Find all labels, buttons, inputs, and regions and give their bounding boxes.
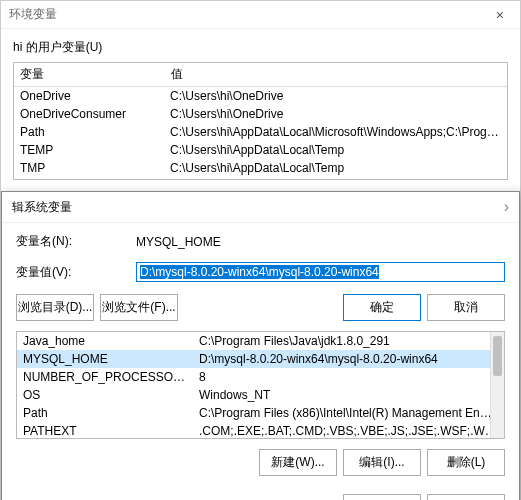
table-row[interactable]: TEMPC:\Users\hi\AppData\Local\Temp [14, 141, 507, 159]
user-vars-table[interactable]: 变量 值 OneDriveC:\Users\hi\OneDrive OneDri… [13, 62, 508, 180]
var-value-input[interactable]: D:\mysql-8.0.20-winx64\mysql-8.0.20-winx… [136, 262, 505, 282]
table-row[interactable]: PathC:\Program Files (x86)\Intel\Intel(R… [17, 404, 504, 422]
close-icon[interactable]: × [488, 7, 512, 23]
table-row[interactable]: OneDriveC:\Users\hi\OneDrive [14, 87, 507, 106]
browse-dir-button[interactable]: 浏览目录(D)... [16, 294, 94, 321]
main-cancel-button[interactable]: 取消 [427, 494, 505, 500]
edit-sys-var-dialog: 辑系统变量 › 变量名(N): MYSQL_HOME 变量值(V): D:\my… [1, 191, 520, 500]
var-value-label: 变量值(V): [16, 264, 136, 281]
table-row[interactable]: TMPC:\Users\hi\AppData\Local\Temp [14, 159, 507, 177]
main-ok-button[interactable]: 确定 [343, 494, 421, 500]
table-row[interactable]: MYSQL_HOMED:\mysql-8.0.20-winx64\mysql-8… [17, 350, 504, 368]
scrollbar[interactable] [490, 332, 504, 438]
titlebar: 环境变量 × [1, 1, 520, 29]
sys-delete-button[interactable]: 删除(L) [427, 449, 505, 476]
window-title: 环境变量 [9, 6, 57, 23]
edit-ok-button[interactable]: 确定 [343, 294, 421, 321]
browse-file-button[interactable]: 浏览文件(F)... [100, 294, 178, 321]
var-name-label: 变量名(N): [16, 233, 136, 250]
env-vars-window: 环境变量 × hi 的用户变量(U) 变量 值 OneDriveC:\Users… [0, 0, 521, 500]
table-row[interactable]: PathC:\Users\hi\AppData\Local\Microsoft\… [14, 123, 507, 141]
chevron-right-icon[interactable]: › [504, 198, 509, 216]
sys-new-button[interactable]: 新建(W)... [259, 449, 337, 476]
edit-dialog-titlebar: 辑系统变量 › [2, 192, 519, 223]
edit-cancel-button[interactable]: 取消 [427, 294, 505, 321]
var-value-selected-text: D:\mysql-8.0.20-winx64\mysql-8.0.20-winx… [140, 265, 379, 279]
table-row[interactable]: OneDriveConsumerC:\Users\hi\OneDrive [14, 105, 507, 123]
col-header-val[interactable]: 值 [164, 63, 507, 87]
var-name-value[interactable]: MYSQL_HOME [136, 235, 505, 249]
table-row[interactable]: PATHEXT.COM;.EXE;.BAT;.CMD;.VBS;.VBE;.JS… [17, 422, 504, 439]
sys-vars-table[interactable]: Java_homeC:\Program Files\Java\jdk1.8.0_… [16, 331, 505, 439]
table-row[interactable]: Java_homeC:\Program Files\Java\jdk1.8.0_… [17, 332, 504, 350]
sys-edit-button[interactable]: 编辑(I)... [343, 449, 421, 476]
table-row[interactable]: NUMBER_OF_PROCESSORS8 [17, 368, 504, 386]
user-vars-label: hi 的用户变量(U) [1, 29, 520, 62]
col-header-var[interactable]: 变量 [14, 63, 164, 87]
edit-dialog-title: 辑系统变量 [12, 199, 72, 216]
table-row[interactable]: OSWindows_NT [17, 386, 504, 404]
